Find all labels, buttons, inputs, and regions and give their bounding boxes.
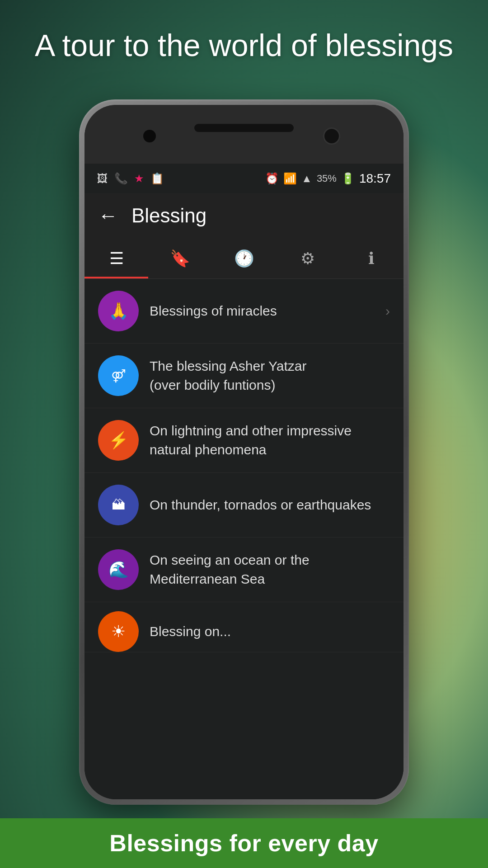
image-status-icon: 🖼 <box>97 172 108 185</box>
phone-bezel-top <box>84 105 404 164</box>
item-icon-lightning: ⚡ <box>98 420 139 461</box>
item-icon-asher: ⚤ <box>98 355 139 396</box>
phone-outer: 🖼 📞 ★ 📋 ⏰ 📶 ▲ 35% 🔋 18:57 <box>79 99 409 805</box>
phone-screen: 🖼 📞 ★ 📋 ⏰ 📶 ▲ 35% 🔋 18:57 <box>84 164 404 799</box>
alarm-status-icon: ⏰ <box>265 172 279 185</box>
speaker <box>194 124 294 132</box>
item-icon-thunder: 🏔 <box>98 485 139 525</box>
tab-bookmark[interactable]: 🔖 <box>148 238 212 278</box>
tab-list[interactable]: ☰ <box>84 238 148 278</box>
tab-bar: ☰ 🔖 🕐 ⚙ ℹ <box>84 238 404 279</box>
item-text-partial: Blessing on... <box>139 622 390 641</box>
list-item[interactable]: ☀ Blessing on... <box>84 602 404 652</box>
list-item[interactable]: ⚡ On lightning and other impressive natu… <box>84 408 404 473</box>
phone-status-icon: 📞 <box>114 172 128 185</box>
app-title: Blessing <box>131 204 206 227</box>
signal-status-icon: ▲ <box>301 172 312 185</box>
item-text-thunder: On thunder, tornados or earthquakes <box>139 495 390 514</box>
rear-camera <box>323 127 340 145</box>
wifi-status-icon: 📶 <box>283 172 297 185</box>
list-item[interactable]: ⚤ The blessing Asher Yatzar(over bodily … <box>84 344 404 408</box>
item-text-lightning: On lightning and other impressive natura… <box>139 421 390 459</box>
item-icon-miracles: 🙏 <box>98 291 139 331</box>
tab-clock[interactable]: 🕐 <box>212 238 276 278</box>
list-item[interactable]: 🏔 On thunder, tornados or earthquakes <box>84 473 404 538</box>
front-camera <box>143 130 156 142</box>
item-icon-partial: ☀ <box>98 611 139 652</box>
headline: A tour to the world of blessings <box>0 27 488 64</box>
status-time: 18:57 <box>359 171 391 186</box>
item-icon-ocean: 🌊 <box>98 549 139 590</box>
bookmark-tab-icon: 🔖 <box>170 249 190 268</box>
battery-percent: 35% <box>317 173 337 184</box>
item-text-asher: The blessing Asher Yatzar(over bodily fu… <box>139 357 390 395</box>
item-text-ocean: On seeing an ocean or the Mediterranean … <box>139 551 390 589</box>
item-text-miracles: Blessings of miracles <box>139 302 385 321</box>
list-item[interactable]: 🙏 Blessings of miracles › <box>84 279 404 344</box>
info-tab-icon: ℹ <box>368 249 375 268</box>
star-status-icon: ★ <box>134 172 144 185</box>
list-content: 🙏 Blessings of miracles › ⚤ The blessing… <box>84 279 404 652</box>
list-tab-icon: ☰ <box>109 249 124 268</box>
bottom-banner-text: Blessings for every day <box>109 830 378 857</box>
list-item[interactable]: 🌊 On seeing an ocean or the Mediterranea… <box>84 538 404 602</box>
settings-tab-icon: ⚙ <box>300 249 315 268</box>
back-button[interactable]: ← <box>98 204 118 227</box>
app-bar: ← Blessing <box>84 193 404 238</box>
chevron-icon-miracles: › <box>385 303 390 319</box>
clipboard-status-icon: 📋 <box>150 172 164 185</box>
clock-tab-icon: 🕐 <box>234 249 254 268</box>
phone-frame: 🖼 📞 ★ 📋 ⏰ 📶 ▲ 35% 🔋 18:57 <box>79 99 409 805</box>
tab-settings[interactable]: ⚙ <box>276 238 340 278</box>
battery-icon: 🔋 <box>341 172 355 185</box>
phone-inner: 🖼 📞 ★ 📋 ⏰ 📶 ▲ 35% 🔋 18:57 <box>84 105 404 799</box>
bottom-banner: Blessings for every day <box>0 818 488 868</box>
tab-info[interactable]: ℹ <box>340 238 404 278</box>
status-bar: 🖼 📞 ★ 📋 ⏰ 📶 ▲ 35% 🔋 18:57 <box>84 164 404 193</box>
status-icons-left: 🖼 📞 ★ 📋 <box>97 172 164 185</box>
status-icons-right: ⏰ 📶 ▲ 35% 🔋 18:57 <box>265 171 391 186</box>
